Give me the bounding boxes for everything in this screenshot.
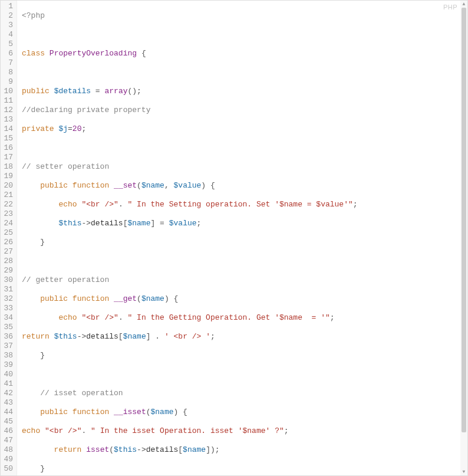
prop-details: details — [86, 332, 118, 341]
line-number: 36 — [3, 332, 13, 342]
str: "<br />" — [81, 200, 118, 209]
line-number: 38 — [3, 351, 13, 360]
line-number: 21 — [3, 191, 13, 200]
scroll-up-icon[interactable]: ▲ — [460, 1, 467, 8]
line-number: 24 — [3, 219, 13, 228]
var-name: $name — [151, 408, 174, 416]
class-name: PropertyOverloading — [50, 49, 137, 58]
line-number: 48 — [3, 445, 13, 455]
var-this: $this — [114, 445, 137, 454]
line-number: 8 — [3, 68, 13, 77]
line-number: 43 — [3, 398, 13, 408]
line-number: 19 — [3, 172, 13, 181]
line-number: 22 — [3, 200, 13, 209]
var-name: $name — [183, 445, 206, 454]
comment: // isset operation — [40, 389, 123, 398]
line-number-gutter: 1234567891011121314151617181920212223242… — [1, 1, 17, 475]
var-value: $value — [169, 219, 197, 228]
kw-private: private — [22, 124, 54, 133]
line-number: 6 — [3, 49, 13, 58]
line-number: 39 — [3, 360, 13, 370]
comment: // getter operation — [22, 275, 109, 284]
str: " In the isset Operation. isset '$name' … — [91, 426, 284, 435]
var-details: $details — [54, 87, 91, 96]
line-number: 47 — [3, 436, 13, 445]
code-area: <?php class PropertyOverloading { public… — [17, 1, 467, 475]
kw-public: public — [40, 181, 68, 190]
line-number: 40 — [3, 370, 13, 379]
line-number: 18 — [3, 162, 13, 172]
comment: // setter operation — [22, 162, 109, 171]
prop-details: details — [146, 445, 179, 454]
line-number: 15 — [3, 134, 13, 143]
line-number: 37 — [3, 342, 13, 351]
line-number: 3 — [3, 21, 13, 30]
str: ' <br /> ' — [164, 332, 210, 341]
line-number: 34 — [3, 313, 13, 323]
kw-echo: echo — [22, 426, 40, 435]
kw-function: function — [72, 181, 109, 190]
line-number: 9 — [3, 77, 13, 87]
line-number: 41 — [3, 379, 13, 389]
line-number: 28 — [3, 257, 13, 266]
line-number: 42 — [3, 389, 13, 398]
scrollbar-thumb[interactable] — [462, 8, 466, 432]
kw-return: return — [22, 332, 50, 341]
line-number: 14 — [3, 124, 13, 134]
php-open-tag: <?php — [22, 11, 45, 20]
kw-echo: echo — [58, 313, 77, 322]
line-number: 27 — [3, 247, 13, 257]
fn-set: __set — [114, 181, 137, 190]
line-number: 49 — [3, 455, 13, 464]
line-number: 32 — [3, 294, 13, 304]
kw-class: class — [22, 49, 45, 58]
kw-function: function — [72, 294, 109, 303]
kw-return: return — [54, 445, 82, 454]
line-number: 31 — [3, 285, 13, 294]
vertical-scrollbar[interactable]: ▲ ▼ — [460, 1, 467, 475]
kw-function: function — [72, 408, 109, 416]
line-number: 11 — [3, 96, 13, 106]
fn-get: __get — [114, 294, 137, 303]
code-editor: 1234567891011121314151617181920212223242… — [0, 0, 468, 476]
line-number: 2 — [3, 11, 13, 21]
line-number: 17 — [3, 153, 13, 162]
kw-echo: echo — [58, 200, 77, 209]
num-20: 20 — [72, 124, 82, 133]
line-number: 25 — [3, 228, 13, 238]
line-number: 7 — [3, 58, 13, 68]
language-badge: PHP — [443, 2, 457, 12]
line-number: 30 — [3, 275, 13, 285]
var-j: $j — [58, 124, 68, 133]
line-number: 45 — [3, 417, 13, 426]
var-this: $this — [58, 219, 81, 228]
line-number: 10 — [3, 87, 13, 96]
line-number: 50 — [3, 464, 13, 474]
str: " In the Getting Operation. Get '$name =… — [128, 313, 330, 322]
line-number: 5 — [3, 40, 13, 49]
var-value: $value — [174, 181, 202, 190]
line-number: 44 — [3, 408, 13, 417]
line-number: 46 — [3, 426, 13, 436]
str: "<br />" — [81, 313, 118, 322]
comment: //declaring private property — [22, 106, 150, 114]
scroll-down-icon[interactable]: ▼ — [460, 468, 467, 475]
str: "<br />" — [45, 426, 81, 435]
fn-isset: __isset — [114, 408, 146, 416]
prop-details: details — [91, 219, 123, 228]
var-name: $name — [141, 181, 164, 190]
line-number: 26 — [3, 238, 13, 247]
fn-isset: isset — [86, 445, 109, 454]
line-number: 13 — [3, 115, 13, 124]
kw-public: public — [40, 408, 68, 416]
line-number: 35 — [3, 323, 13, 332]
line-number: 23 — [3, 209, 13, 219]
kw-public: public — [22, 87, 50, 96]
line-number: 12 — [3, 106, 13, 115]
kw-public: public — [40, 294, 68, 303]
line-number: 29 — [3, 266, 13, 275]
str: " In the Setting operation. Set '$name =… — [128, 200, 353, 209]
line-number: 33 — [3, 304, 13, 313]
line-number: 16 — [3, 143, 13, 153]
line-number: 20 — [3, 181, 13, 191]
